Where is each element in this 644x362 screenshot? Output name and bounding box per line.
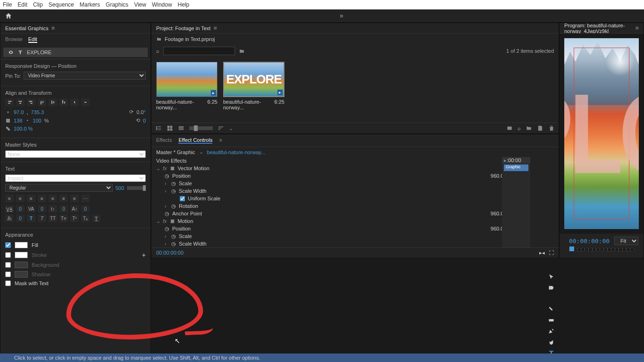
text-justify-icon[interactable]: ≡ <box>38 195 46 202</box>
shadow-checkbox[interactable] <box>5 272 11 277</box>
eg-anchor-w[interactable]: 138 <box>14 118 22 123</box>
track-select-tool-icon[interactable] <box>548 284 555 291</box>
shadow-swatch[interactable] <box>15 271 28 278</box>
small-caps-icon[interactable]: Tᴛ <box>59 214 68 222</box>
stroke-checkbox[interactable] <box>5 252 11 258</box>
baseline-icon[interactable]: A↕ <box>70 205 79 213</box>
sort-dropdown-icon[interactable]: ⌄ <box>229 125 233 132</box>
tab-effects[interactable]: Effects <box>156 137 172 144</box>
clock-icon[interactable]: ◷ <box>171 233 176 239</box>
new-item-icon[interactable] <box>537 125 544 132</box>
effect-play-icon[interactable]: ▸◂ <box>539 250 545 256</box>
motion-label[interactable]: Motion <box>178 218 193 224</box>
menu-help[interactable]: Help <box>178 1 190 8</box>
list-view-icon[interactable] <box>155 125 162 132</box>
text-align-center-icon[interactable]: ≡ <box>16 195 25 202</box>
expand-icon[interactable]: ⌄ <box>156 165 160 172</box>
tracking-icon[interactable]: V̲A̲ <box>5 205 14 213</box>
menu-markers[interactable]: Markers <box>80 1 100 8</box>
chevron-down-icon[interactable]: ⌄ <box>199 149 203 155</box>
freeform-view-icon[interactable] <box>178 125 184 132</box>
eye-icon[interactable] <box>8 49 14 55</box>
menu-sequence[interactable]: Sequence <box>49 1 74 8</box>
menu-clip[interactable]: Clip <box>33 1 43 8</box>
master-style-select[interactable]: None <box>5 150 146 158</box>
subscript-icon[interactable]: T₁ <box>81 214 90 222</box>
add-stroke-icon[interactable]: + <box>142 251 146 259</box>
eg-anchor-r[interactable]: 0 <box>143 118 146 123</box>
razor-tool-icon[interactable] <box>548 306 555 313</box>
align-left-icon[interactable] <box>5 99 14 106</box>
text-align-left-icon[interactable]: ≡ <box>5 195 14 202</box>
align-hcenter-icon[interactable] <box>16 99 25 106</box>
all-caps-icon[interactable]: TT <box>49 214 57 222</box>
font-weight-select[interactable]: Regular <box>5 184 113 192</box>
vector-motion-label[interactable]: Vector Motion <box>178 165 209 171</box>
menu-graphics[interactable]: Graphics <box>106 1 128 8</box>
program-timecode-left[interactable]: 00:00:00:00 <box>569 238 610 245</box>
tab-edit[interactable]: Edit <box>28 36 37 43</box>
selection-tool-icon[interactable] <box>548 273 555 280</box>
mask-checkbox[interactable] <box>5 280 11 286</box>
home-icon[interactable] <box>5 12 12 20</box>
align-right-icon[interactable] <box>27 99 35 106</box>
panel-menu-icon[interactable]: ≡ <box>635 25 639 32</box>
effect-zoom-icon[interactable]: ⛶ <box>549 250 554 256</box>
thumbnail-size-slider[interactable] <box>189 126 213 130</box>
project-item-sequence[interactable]: EXPLORE▸ beautiful-nature-norway...6:25 <box>223 62 284 110</box>
font-size[interactable]: 500 <box>116 185 124 191</box>
panel-menu-icon[interactable]: ≡ <box>219 137 222 144</box>
trash-icon[interactable] <box>548 125 555 132</box>
font-select[interactable]: Impact <box>5 174 146 182</box>
effect-timeline-area[interactable]: ▸:00:00 Graphic <box>502 157 530 247</box>
clock-icon[interactable]: ◷ <box>171 203 176 209</box>
eg-layer-item[interactable]: EXPLORE <box>3 48 148 57</box>
align-top-icon[interactable] <box>38 99 46 106</box>
faux-italic-icon[interactable]: T <box>38 214 46 222</box>
hand-tool-icon[interactable] <box>548 338 555 346</box>
superscript-icon[interactable]: T¹ <box>70 214 79 222</box>
align-vcenter-icon[interactable] <box>49 99 57 106</box>
pin-to-select[interactable]: Video Frame <box>24 72 146 80</box>
uniform-scale-checkbox[interactable] <box>180 196 185 201</box>
program-scrubber[interactable] <box>569 248 634 251</box>
stroke-swatch[interactable] <box>15 252 28 258</box>
expand-icon[interactable]: ⌄ <box>156 218 160 224</box>
eg-pos-x[interactable]: 97.0 <box>14 109 24 115</box>
text-justify-last-center-icon[interactable]: ≡ <box>59 195 68 202</box>
link-icon[interactable] <box>25 118 30 123</box>
menu-window[interactable]: Window <box>152 1 172 8</box>
font-size-slider[interactable] <box>127 186 146 190</box>
playhead-icon[interactable] <box>569 247 574 251</box>
find-icon[interactable]: ⌕ <box>518 125 521 131</box>
project-search-input[interactable] <box>163 47 235 55</box>
eg-pos-y[interactable]: 735.3 <box>31 109 44 115</box>
project-item-video[interactable]: ▸ beautiful-nature-norway...6:25 <box>156 62 217 110</box>
distribute-h-icon[interactable] <box>70 99 79 106</box>
filter-bin-icon[interactable] <box>239 48 245 54</box>
fill-swatch[interactable] <box>15 242 28 248</box>
menu-file[interactable]: File <box>3 1 12 8</box>
sort-icon[interactable] <box>217 125 224 132</box>
text-align-right-icon[interactable]: ≡ <box>27 195 35 202</box>
text-selection-box[interactable]: EXPLORE <box>574 48 629 220</box>
clock-icon[interactable]: ◷ <box>165 226 169 232</box>
effect-clip-bar[interactable]: Graphic <box>504 165 528 171</box>
tab-effect-controls[interactable]: Effect Controls <box>178 137 212 144</box>
background-swatch[interactable] <box>15 262 28 268</box>
tab-browse[interactable]: Browse <box>5 36 23 43</box>
align-bottom-icon[interactable] <box>59 99 68 106</box>
faux-bold-icon[interactable]: T <box>27 214 35 222</box>
menu-edit[interactable]: Edit <box>17 1 27 8</box>
underline-icon[interactable]: T̲ <box>92 214 100 222</box>
ripple-edit-tool-icon[interactable] <box>548 295 555 302</box>
eg-pos-r[interactable]: 0.0° <box>136 109 146 115</box>
eg-anchor-h[interactable]: 100 <box>33 118 41 123</box>
program-fit-select[interactable]: Fit <box>614 237 638 245</box>
program-viewport[interactable]: EXPLORE <box>560 33 644 234</box>
panel-menu-icon[interactable]: ≡ <box>213 25 217 32</box>
menu-view[interactable]: View <box>134 1 146 8</box>
pen-tool-icon[interactable] <box>548 328 555 335</box>
tsume-icon[interactable]: あ <box>5 214 14 222</box>
workspace-overflow[interactable]: » <box>340 12 343 19</box>
